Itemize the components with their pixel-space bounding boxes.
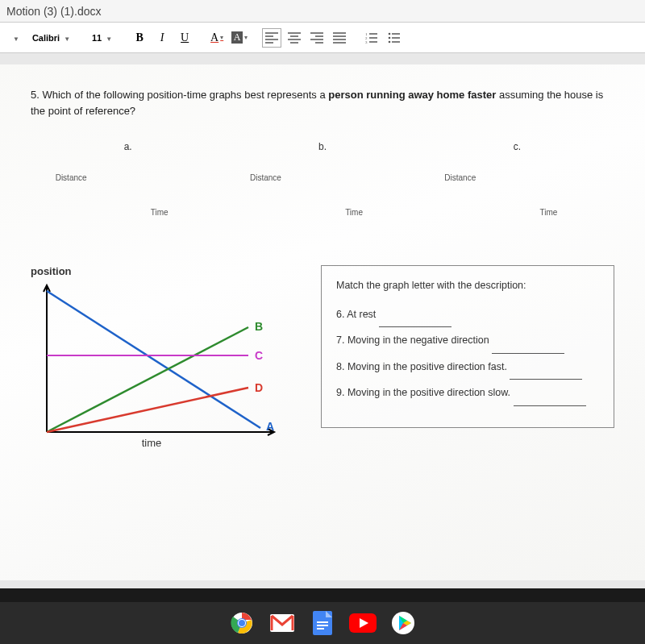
document-filename: Motion (3) (1).docx [6,5,101,18]
align-left-button[interactable] [262,28,281,48]
chevron-down-icon: ▾ [220,34,223,41]
option-b-label: b. [250,141,395,152]
youtube-icon[interactable] [348,609,377,638]
question-6: 6. At rest [336,301,599,328]
style-dropdown[interactable]: ▼ [6,31,24,45]
app-window: Motion (3) (1).docx ▼ Calibri ▼ 11 ▼ B I… [0,0,645,588]
docs-icon[interactable] [308,609,337,638]
chevron-down-icon: ▾ [244,34,248,41]
option-c-label: c. [444,141,589,152]
italic-button[interactable]: I [152,28,172,48]
taskbar [0,602,645,644]
svg-point-12 [239,620,245,626]
chart-label-B: B [255,320,263,333]
svg-text:3: 3 [365,40,368,44]
font-name-select[interactable]: Calibri ▼ [27,31,84,44]
underline-button[interactable]: U [175,28,194,48]
option-axes-row: Distance Time Distance Time Distance Tim… [31,177,614,209]
numbered-list-button[interactable]: 123 [362,28,381,48]
position-time-chart: position B [31,265,297,451]
highlight-button[interactable]: A▾ [230,28,249,48]
align-justify-button[interactable] [330,28,349,48]
answer-blank-9[interactable] [514,405,586,406]
chart-label-C: C [255,349,263,362]
text-color-button[interactable]: A▾ [207,28,227,48]
gmail-icon[interactable] [268,609,297,638]
bottom-section: position B [31,265,614,451]
font-size-select[interactable]: 11 ▼ [87,31,117,44]
svg-point-4 [389,36,391,39]
titlebar: Motion (3) (1).docx [0,0,645,23]
question-8: 8. Moving in the positive direction fast… [336,354,599,380]
chevron-down-icon: ▼ [64,35,70,43]
chart-label-A: A [266,420,274,433]
question-9: 9. Moving in the positive direction slow… [336,380,599,406]
chart-x-axis-label: time [142,437,162,448]
option-a-label: a. [56,141,201,152]
document-body[interactable]: 5. Which of the following position-time … [0,64,645,580]
formatting-toolbar: ▼ Calibri ▼ 11 ▼ B I U A▾ A▾ 123 [0,23,645,53]
chart-label-D: D [255,381,263,394]
match-header: Match the graph letter with the descript… [336,279,599,293]
option-c-axes: Distance Time [444,177,589,209]
chrome-icon[interactable] [227,609,256,638]
question-7: 7. Moving in the negative direction [336,327,599,354]
svg-point-5 [389,40,391,43]
option-labels-row: a. b. c. [31,141,614,152]
svg-point-3 [389,32,391,35]
chart-line-B [47,327,248,432]
bulleted-list-button[interactable] [385,28,404,48]
chart-line-D [47,388,248,432]
option-a-axes: Distance Time [56,177,201,209]
chart-svg: B C D A time [31,279,297,448]
option-b-axes: Distance Time [250,177,395,209]
chart-line-A [47,291,260,428]
align-center-button[interactable] [285,28,304,48]
match-question-box: Match the graph letter with the descript… [321,265,614,428]
question-5: 5. Which of the following position-time … [31,87,614,118]
chevron-down-icon: ▼ [106,35,112,43]
bold-button[interactable]: B [130,28,149,48]
chart-y-axis-label: position [31,265,297,277]
play-store-icon[interactable] [389,609,418,638]
chevron-down-icon: ▼ [13,35,19,43]
align-right-button[interactable] [307,28,327,48]
